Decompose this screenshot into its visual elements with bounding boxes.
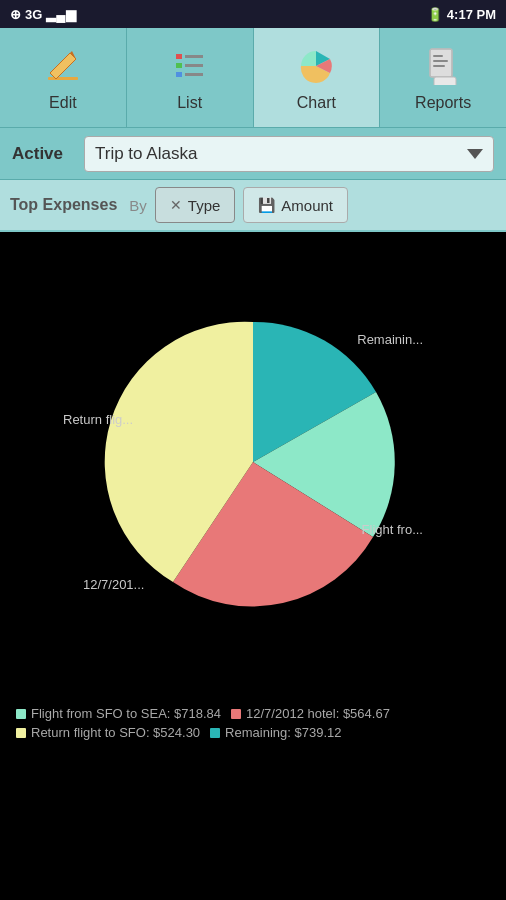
toolbar: Edit List Chart	[0, 28, 506, 128]
pie-chart: Remainin... Flight fro... 12/7/201... Re…	[93, 302, 413, 622]
svg-rect-5	[176, 72, 182, 77]
svg-rect-3	[176, 54, 182, 59]
remaining-legend-dot	[210, 728, 220, 738]
chart-area: Remainin... Flight fro... 12/7/201... Re…	[0, 232, 506, 692]
network-type: 3G	[25, 7, 42, 22]
svg-rect-0	[48, 77, 78, 80]
filter-row: Top Expenses By ✕ Type 💾 Amount	[0, 180, 506, 232]
return-legend-text: Return flight to SFO: $524.30	[31, 725, 200, 740]
reports-tab[interactable]: Reports	[380, 28, 506, 127]
svg-rect-14	[434, 77, 456, 85]
hotel-legend-dot	[231, 709, 241, 719]
pie-svg	[93, 302, 413, 622]
chart-label: Chart	[297, 94, 336, 112]
list-label: List	[177, 94, 202, 112]
save-icon: 💾	[258, 197, 275, 213]
status-right: 🔋 4:17 PM	[427, 7, 496, 22]
legend: Flight from SFO to SEA: $718.84 12/7/201…	[0, 692, 506, 754]
filter-label: Top Expenses	[10, 196, 117, 214]
trip-dropdown[interactable]: Trip to Alaska	[84, 136, 494, 172]
svg-rect-9	[430, 49, 452, 77]
svg-rect-4	[176, 63, 182, 68]
clock: 4:17 PM	[447, 7, 496, 22]
chart-icon	[294, 44, 338, 88]
status-left: ⊕ 3G ▂▄▆	[10, 7, 76, 22]
svg-rect-12	[433, 60, 448, 62]
dropdown-arrow-icon	[467, 149, 483, 159]
reports-icon	[421, 44, 465, 88]
reports-label: Reports	[415, 94, 471, 112]
chart-tab[interactable]: Chart	[254, 28, 381, 127]
svg-rect-6	[185, 55, 203, 58]
remaining-label: Remainin...	[357, 332, 423, 347]
active-row: Active Trip to Alaska	[0, 128, 506, 180]
active-label: Active	[12, 144, 72, 164]
edit-icon	[41, 44, 85, 88]
flight-from-label: Flight fro...	[362, 522, 423, 537]
svg-rect-7	[185, 64, 203, 67]
svg-rect-11	[433, 55, 443, 57]
type-label: Type	[188, 197, 221, 214]
return-flight-label: Return flig...	[63, 412, 133, 427]
type-filter-button[interactable]: ✕ Type	[155, 187, 236, 223]
remaining-legend-text: Remaining: $739.12	[225, 725, 341, 740]
svg-rect-8	[185, 73, 203, 76]
flight-legend-text: Flight from SFO to SEA: $718.84	[31, 706, 221, 721]
legend-item-hotel: 12/7/2012 hotel: $564.67	[231, 706, 390, 721]
legend-item-remaining: Remaining: $739.12	[210, 725, 341, 740]
return-legend-dot	[16, 728, 26, 738]
status-bar: ⊕ 3G ▂▄▆ 🔋 4:17 PM	[0, 0, 506, 28]
signal-bars: ▂▄▆	[46, 7, 75, 22]
hotel-legend-text: 12/7/2012 hotel: $564.67	[246, 706, 390, 721]
list-tab[interactable]: List	[127, 28, 254, 127]
amount-filter-button[interactable]: 💾 Amount	[243, 187, 348, 223]
battery-icon: 🔋	[427, 7, 443, 22]
legend-item-flight: Flight from SFO to SEA: $718.84	[16, 706, 221, 721]
legend-item-return: Return flight to SFO: $524.30	[16, 725, 200, 740]
gps-icon: ⊕	[10, 7, 21, 22]
list-icon	[168, 44, 212, 88]
trip-name: Trip to Alaska	[95, 144, 197, 164]
amount-label: Amount	[281, 197, 333, 214]
edit-tab[interactable]: Edit	[0, 28, 127, 127]
filter-by-label: By	[129, 197, 147, 214]
flight-legend-dot	[16, 709, 26, 719]
svg-rect-13	[433, 65, 445, 67]
hotel-label: 12/7/201...	[83, 577, 144, 592]
svg-marker-1	[50, 53, 76, 79]
edit-label: Edit	[49, 94, 77, 112]
x-icon: ✕	[170, 197, 182, 213]
